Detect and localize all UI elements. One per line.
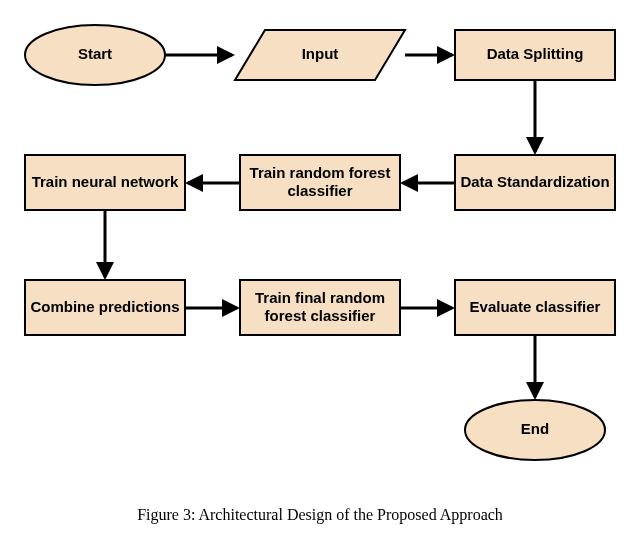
- node-train-final-random-forest: Train final random forest classifier: [240, 280, 400, 335]
- node-evaluate-classifier-label: Evaluate classifier: [470, 298, 601, 315]
- node-combine-predictions-label: Combine predictions: [30, 298, 179, 315]
- node-start: Start: [25, 25, 165, 85]
- figure-caption: Figure 3: Architectural Design of the Pr…: [137, 506, 503, 524]
- node-data-standardization: Data Standardization: [455, 155, 615, 210]
- node-train-random-forest-line1: Train random forest: [250, 164, 391, 181]
- node-data-splitting-label: Data Splitting: [487, 45, 584, 62]
- node-train-random-forest-line2: classifier: [287, 182, 352, 199]
- node-end: End: [465, 400, 605, 460]
- node-train-final-random-forest-line1: Train final random: [255, 289, 385, 306]
- node-input-label: Input: [302, 45, 339, 62]
- node-combine-predictions: Combine predictions: [25, 280, 185, 335]
- node-train-random-forest: Train random forest classifier: [240, 155, 400, 210]
- node-input: Input: [235, 30, 405, 80]
- node-evaluate-classifier: Evaluate classifier: [455, 280, 615, 335]
- node-train-final-random-forest-line2: forest classifier: [265, 307, 376, 324]
- node-end-label: End: [521, 420, 549, 437]
- node-data-standardization-label: Data Standardization: [460, 173, 609, 190]
- node-data-splitting: Data Splitting: [455, 30, 615, 80]
- node-train-neural-network: Train neural network: [25, 155, 185, 210]
- flowchart-diagram: Start Input Data Splitting Data Standard…: [0, 0, 640, 543]
- node-train-neural-network-label: Train neural network: [32, 173, 179, 190]
- node-start-label: Start: [78, 45, 112, 62]
